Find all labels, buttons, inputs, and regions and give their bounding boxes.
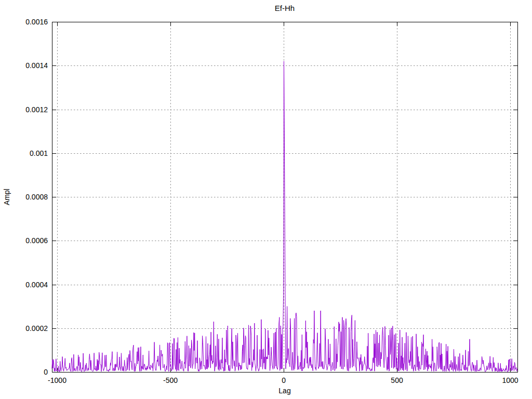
y-tick-label: 0.0016: [25, 18, 48, 26]
x-tick-labels: -1000-50005001000: [48, 376, 518, 384]
y-tick-label: 0.0002: [25, 324, 48, 332]
chart-canvas: Ef-Hh -1000-50005001000 00.00020.00040.0…: [0, 0, 532, 399]
data-series-line: [52, 61, 517, 372]
x-tick-label: -1000: [48, 376, 66, 384]
y-tick-label: 0.0006: [25, 236, 48, 245]
y-axis-label: Ampl: [3, 189, 11, 205]
y-tick-label: 0.0004: [25, 281, 48, 289]
y-tick-label: 0.0008: [25, 193, 48, 201]
y-tick-label: 0: [44, 368, 48, 376]
x-tick-label: -500: [163, 376, 178, 384]
y-tick-labels: 00.00020.00040.00060.00080.0010.00120.00…: [25, 18, 48, 376]
x-tick-label: 500: [391, 376, 403, 384]
x-tick-label: 1000: [502, 376, 518, 384]
x-axis-label: Lag: [278, 387, 290, 395]
y-tick-label: 0.0012: [25, 105, 48, 114]
gnuplot-window: Ef-Hh -1000-50005001000 00.00020.00040.0…: [0, 0, 532, 399]
chart-title: Ef-Hh: [275, 4, 295, 12]
x-tick-label: 0: [282, 376, 286, 384]
y-tick-label: 0.001: [30, 149, 48, 157]
y-tick-label: 0.0014: [25, 61, 48, 70]
